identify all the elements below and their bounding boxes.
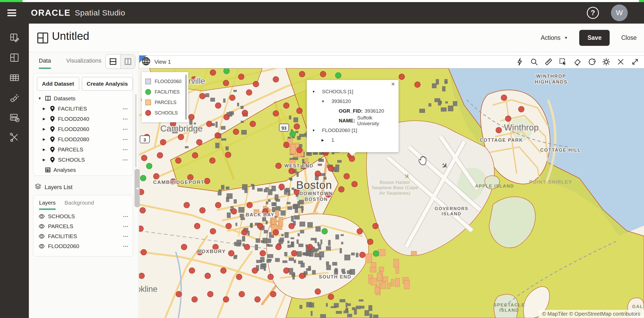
school-point[interactable] [289, 223, 294, 229]
school-point[interactable] [223, 297, 229, 302]
admin-tools-icon[interactable] [7, 130, 22, 145]
school-point[interactable] [315, 171, 321, 177]
school-point[interactable] [224, 114, 229, 120]
facility-point[interactable] [373, 251, 379, 256]
facility-point[interactable] [322, 228, 328, 234]
school-point[interactable] [157, 152, 163, 158]
caret-right-icon[interactable]: ▶ [43, 117, 50, 121]
popup-caret-icon[interactable]: ▶ [321, 138, 329, 142]
school-point[interactable] [297, 147, 302, 153]
settings-gear-icon[interactable] [602, 58, 610, 66]
caret-right-icon[interactable]: ▶ [43, 107, 50, 111]
school-point[interactable] [315, 289, 321, 294]
popup-caret-icon[interactable]: ▼ [321, 100, 329, 103]
datasets-table-icon[interactable] [7, 70, 22, 85]
school-point[interactable] [210, 158, 215, 163]
tab-background[interactable]: Background [65, 200, 94, 210]
school-point[interactable] [189, 114, 194, 120]
row-menu-icon[interactable]: ••• [123, 245, 129, 248]
school-point[interactable] [242, 110, 248, 116]
school-point[interactable] [189, 268, 195, 273]
school-point[interactable] [252, 268, 258, 273]
row-menu-icon[interactable]: ••• [123, 225, 129, 228]
school-point[interactable] [210, 228, 216, 234]
school-point[interactable] [221, 268, 226, 273]
school-point[interactable] [192, 152, 198, 158]
layer-row[interactable]: FLOOD2060 ••• [33, 241, 133, 251]
row-menu-icon[interactable]: ••• [123, 138, 128, 141]
school-point[interactable] [225, 152, 231, 158]
layer-row[interactable]: SCHOOLS ••• [33, 211, 133, 221]
school-point[interactable] [139, 273, 144, 279]
school-point[interactable] [206, 121, 212, 127]
school-point[interactable] [299, 71, 305, 77]
save-button[interactable]: Save [579, 30, 610, 46]
school-point[interactable] [328, 294, 334, 300]
school-point[interactable] [270, 291, 276, 297]
avatar[interactable]: W [611, 4, 628, 21]
row-menu-icon[interactable]: ••• [123, 128, 128, 131]
caret-right-icon[interactable]: ▶ [43, 137, 50, 141]
school-point[interactable] [194, 223, 200, 229]
caret-right-icon[interactable]: ▶ [43, 127, 50, 131]
popup-tree-row[interactable]: ▶ 1 [312, 135, 394, 145]
school-point[interactable] [291, 250, 297, 256]
panel-collapse-handle[interactable]: ◀ [135, 169, 140, 207]
connections-plug-icon[interactable] [7, 90, 22, 105]
school-point[interactable] [141, 155, 147, 161]
school-point[interactable] [320, 71, 326, 77]
school-point[interactable] [176, 291, 182, 297]
school-point[interactable] [205, 273, 211, 279]
school-point[interactable] [192, 297, 197, 302]
popup-tree-row[interactable]: OGR_FID: 3936120 [312, 106, 394, 116]
school-point[interactable] [239, 291, 245, 297]
school-point[interactable] [250, 121, 256, 127]
datasets-group-row[interactable]: ▼ Datasets [33, 93, 133, 103]
school-point[interactable] [223, 80, 229, 86]
school-point[interactable] [139, 226, 143, 232]
eye-visibility-icon[interactable] [39, 223, 45, 229]
school-point[interactable] [352, 181, 357, 187]
actions-dropdown[interactable]: Actions ▼ [541, 34, 568, 41]
school-point[interactable] [181, 244, 187, 250]
school-point[interactable] [276, 244, 281, 250]
legend-scrollbar[interactable] [185, 75, 187, 120]
school-point[interactable] [518, 106, 524, 112]
tab-layers[interactable]: Layers [39, 200, 56, 210]
tab-data[interactable]: Data [39, 57, 51, 69]
measure-ruler-icon[interactable] [544, 58, 553, 66]
popup-close-icon[interactable]: × [391, 81, 395, 87]
school-point[interactable] [273, 229, 279, 235]
box-select-icon[interactable] [559, 58, 567, 66]
school-point[interactable] [279, 184, 285, 190]
school-point[interactable] [339, 187, 344, 192]
school-point[interactable] [328, 166, 334, 171]
school-point[interactable] [344, 173, 350, 179]
dataset-row[interactable]: ▶ PARCELS ••• [33, 144, 133, 155]
school-point[interactable] [283, 142, 289, 148]
layer-row[interactable]: FACILITIES ••• [33, 231, 133, 241]
school-point[interactable] [140, 207, 146, 213]
school-point[interactable] [247, 202, 253, 208]
map-canvas[interactable]: 393 SomervilleCambridgeCAMBRIDGEPORTWEST… [139, 68, 644, 318]
school-point[interactable] [228, 250, 234, 256]
school-point[interactable] [257, 223, 263, 229]
school-point[interactable] [496, 127, 502, 133]
eye-visibility-icon[interactable] [39, 233, 45, 239]
popup-tree-row[interactable]: ▼ SCHOOLS [1] [312, 87, 394, 96]
school-point[interactable] [246, 90, 252, 95]
school-point[interactable] [349, 156, 355, 162]
project-edit-icon[interactable] [7, 30, 22, 45]
add-dataset-button[interactable]: Add Dataset [37, 77, 79, 91]
school-point[interactable] [373, 223, 378, 229]
row-menu-icon[interactable]: ••• [123, 117, 128, 120]
dataset-row[interactable]: ▶ FACILITIES ••• [33, 103, 133, 114]
school-point[interactable] [367, 239, 373, 245]
layer-row[interactable]: PARCELS ••• [33, 221, 133, 231]
school-point[interactable] [175, 158, 181, 163]
school-point[interactable] [196, 139, 202, 145]
lightning-tool-icon[interactable] [516, 58, 524, 66]
row-menu-icon[interactable]: ••• [123, 107, 128, 110]
school-point[interactable] [238, 74, 244, 80]
school-point[interactable] [299, 273, 305, 279]
